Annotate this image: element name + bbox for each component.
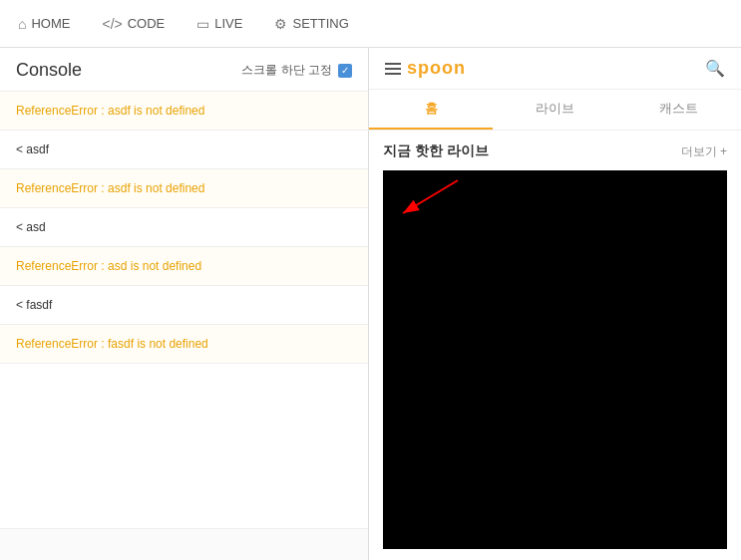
nav-live[interactable]: ▭ LIVE <box>190 12 248 36</box>
code-icon: </> <box>102 16 122 32</box>
nav-code[interactable]: </> CODE <box>96 12 171 36</box>
console-entry-error-3: ReferenceError : fasdf is not defined <box>0 325 368 364</box>
home-icon: ⌂ <box>18 16 26 32</box>
main-layout: Console 스크롤 하단 고정 ✓ ReferenceError : asd… <box>0 48 741 560</box>
console-entry-output-3: < fasdf <box>0 286 368 325</box>
nav-setting[interactable]: ⚙ SETTING <box>268 12 354 36</box>
nav-live-label: LIVE <box>214 16 242 31</box>
svg-line-1 <box>403 180 458 213</box>
spoon-tabs: 홈 라이브 캐스트 <box>369 90 741 131</box>
top-navigation: ⌂ HOME </> CODE ▭ LIVE ⚙ SETTING <box>0 0 741 48</box>
search-button[interactable]: 🔍 <box>705 59 725 78</box>
monitor-icon: ▭ <box>196 16 209 32</box>
pin-label: 스크롤 하단 고정 <box>241 62 332 79</box>
console-entry-error-1: ReferenceError : asdf is not defined <box>0 169 368 208</box>
console-entry-error-2: ReferenceError : asd is not defined <box>0 247 368 286</box>
spoon-header: spoon 🔍 <box>369 48 741 90</box>
red-arrow-annotation <box>388 175 468 225</box>
gear-icon: ⚙ <box>274 16 287 32</box>
spoon-panel: spoon 🔍 홈 라이브 캐스트 지금 핫한 라이브 더보기 + <box>369 48 741 560</box>
console-bottom-bar <box>0 528 368 560</box>
console-header: Console 스크롤 하단 고정 ✓ <box>0 48 368 92</box>
nav-home-label: HOME <box>31 16 70 31</box>
hamburger-icon[interactable] <box>385 63 401 75</box>
console-input[interactable] <box>10 538 358 552</box>
console-entry-partial: ReferenceError : asdf is not defined <box>0 92 368 131</box>
tab-home[interactable]: 홈 <box>369 90 493 130</box>
nav-code-label: CODE <box>128 16 166 31</box>
console-body[interactable]: ReferenceError : asdf is not defined < a… <box>0 92 368 528</box>
spoon-logo: spoon <box>385 58 466 79</box>
console-title: Console <box>16 60 82 81</box>
video-container <box>383 170 727 549</box>
tab-live[interactable]: 라이브 <box>493 90 616 130</box>
pin-checkbox[interactable]: ✓ <box>338 64 352 78</box>
spoon-content[interactable]: 지금 핫한 라이브 더보기 + <box>369 131 741 560</box>
section-title: 지금 핫한 라이브 <box>383 142 489 160</box>
console-panel: Console 스크롤 하단 고정 ✓ ReferenceError : asd… <box>0 48 369 560</box>
section-header: 지금 핫한 라이브 더보기 + <box>383 142 727 160</box>
nav-home[interactable]: ⌂ HOME <box>12 12 76 36</box>
more-link[interactable]: 더보기 + <box>681 143 727 160</box>
nav-setting-label: SETTING <box>292 16 348 31</box>
tab-cast[interactable]: 캐스트 <box>617 90 741 130</box>
console-entry-output-2: < asd <box>0 208 368 247</box>
spoon-brand-label: spoon <box>407 58 466 79</box>
pin-control: 스크롤 하단 고정 ✓ <box>241 62 352 79</box>
console-entry-output-1: < asdf <box>0 131 368 169</box>
